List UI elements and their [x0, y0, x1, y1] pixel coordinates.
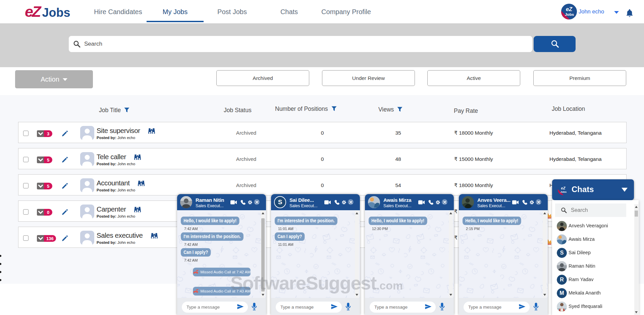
tab-hire-candidates[interactable]: Hire Candidates: [90, 0, 147, 24]
filter-premium-button[interactable]: Premium: [533, 70, 626, 86]
scroll-down-arrow[interactable]: [356, 294, 358, 296]
binoculars-icon[interactable]: [133, 206, 142, 212]
audio-call-icon[interactable]: [428, 200, 433, 205]
binoculars-icon[interactable]: [137, 180, 145, 186]
chat-scrollbar[interactable]: [449, 210, 453, 298]
chat-close-icon[interactable]: [536, 199, 541, 205]
filter-active-button[interactable]: Active: [427, 70, 520, 86]
applicants-badge[interactable]: 3: [37, 130, 52, 137]
chat-scrollbar[interactable]: [261, 210, 265, 298]
contact-anvesh-veeragoni[interactable]: Anvesh Veeragoni: [552, 219, 633, 233]
job-title[interactable]: Sales executive: [97, 231, 143, 239]
row-checkbox[interactable]: [23, 131, 29, 136]
contact-mekala-ananth[interactable]: M Mekala Ananth: [552, 286, 633, 300]
search-button[interactable]: [534, 36, 576, 52]
chat-message-input[interactable]: [186, 302, 233, 313]
row-checkbox[interactable]: [23, 183, 29, 188]
chat-message-input[interactable]: [374, 302, 421, 313]
applicants-badge[interactable]: 5: [37, 183, 52, 189]
scroll-thumb[interactable]: [635, 211, 638, 217]
missed-call-entry[interactable]: Missed Audio Call at 7:43 AM: [193, 287, 251, 296]
contact-awais-mirza[interactable]: Awais Mirza: [552, 233, 633, 246]
microphone-icon[interactable]: [345, 303, 351, 311]
collapse-caret-icon[interactable]: [622, 188, 628, 192]
scroll-up-arrow[interactable]: [262, 212, 264, 214]
scroll-up-arrow[interactable]: [635, 206, 638, 208]
applicants-badge[interactable]: 0: [37, 209, 52, 216]
microphone-icon[interactable]: [252, 303, 257, 311]
tab-my-jobs[interactable]: My Jobs: [147, 0, 204, 24]
job-title[interactable]: Site supervisor: [97, 127, 140, 135]
audio-call-icon[interactable]: [240, 200, 246, 205]
chat-settings-gear-icon[interactable]: [248, 200, 253, 205]
row-checkbox[interactable]: [23, 157, 29, 162]
row-checkbox[interactable]: [23, 235, 29, 241]
missed-call-entry[interactable]: Missed Audio Call at 7:42 AM: [193, 268, 251, 276]
contact-ram-yadav[interactable]: R Ram Yadav: [552, 273, 633, 286]
row-checkbox[interactable]: [23, 209, 29, 215]
chats-search-input[interactable]: [571, 204, 625, 217]
chat-scrollbar[interactable]: [543, 210, 547, 298]
scroll-down-arrow[interactable]: [543, 294, 546, 296]
send-icon[interactable]: [425, 304, 432, 309]
chat-settings-gear-icon[interactable]: [529, 200, 534, 205]
tab-company-profile[interactable]: Company Profile: [318, 0, 375, 24]
chat-close-icon[interactable]: [254, 199, 260, 205]
contact-syed-iftequarali[interactable]: Syed Iftequarali: [552, 300, 633, 313]
brand-logo[interactable]: eZJobs: [25, 3, 70, 20]
contact-sai-dileep[interactable]: S Sai Dileep: [552, 246, 633, 260]
applicants-badge[interactable]: 5: [37, 156, 52, 163]
binoculars-icon[interactable]: [150, 232, 158, 238]
views-filter-icon[interactable]: [397, 107, 402, 112]
edit-pencil-icon[interactable]: [61, 183, 68, 189]
filter-archived-button[interactable]: Archived: [216, 70, 309, 86]
user-name[interactable]: John echo: [579, 8, 604, 15]
send-icon[interactable]: [331, 304, 338, 309]
video-call-icon[interactable]: [324, 200, 331, 205]
binoculars-icon[interactable]: [133, 154, 142, 160]
send-icon[interactable]: [519, 304, 526, 309]
chat-close-icon[interactable]: [348, 199, 354, 205]
microphone-icon[interactable]: [533, 303, 539, 311]
job-title[interactable]: Carpenter: [97, 205, 126, 213]
applicants-badge[interactable]: 136: [37, 235, 56, 242]
tab-chats[interactable]: Chats: [261, 0, 318, 24]
scroll-down-arrow[interactable]: [262, 294, 264, 296]
scroll-up-arrow[interactable]: [449, 212, 452, 214]
contact-raman-nitin[interactable]: Raman Nitin: [552, 260, 633, 273]
scroll-up-arrow[interactable]: [356, 212, 358, 214]
edit-pencil-icon[interactable]: [61, 130, 68, 137]
video-call-icon[interactable]: [418, 200, 425, 205]
filter-under-review-button[interactable]: Under Review: [322, 70, 415, 86]
audio-call-icon[interactable]: [334, 200, 339, 205]
user-avatar[interactable]: [561, 4, 577, 19]
microphone-icon[interactable]: [439, 303, 445, 311]
tab-post-jobs[interactable]: Post Jobs: [204, 0, 261, 24]
scroll-down-arrow[interactable]: [449, 294, 452, 296]
scroll-down-arrow[interactable]: [635, 311, 638, 313]
scroll-up-arrow[interactable]: [543, 212, 546, 214]
chat-close-icon[interactable]: [442, 199, 447, 205]
job-title[interactable]: Accountant: [97, 179, 130, 187]
scroll-thumb[interactable]: [261, 218, 265, 291]
edit-pencil-icon[interactable]: [61, 235, 68, 242]
video-call-icon[interactable]: [512, 200, 519, 205]
chat-message-input[interactable]: [280, 302, 327, 313]
send-icon[interactable]: [237, 304, 244, 309]
notifications-bell-icon[interactable]: [626, 9, 633, 17]
search-input[interactable]: [84, 36, 527, 52]
job-title-filter-icon[interactable]: [124, 107, 129, 113]
chats-panel-header[interactable]: Chats: [552, 179, 634, 200]
action-dropdown[interactable]: Action: [15, 70, 93, 88]
user-menu-caret-icon[interactable]: [614, 11, 619, 14]
job-title[interactable]: Tele caller: [97, 153, 126, 161]
chat-message-input[interactable]: [468, 302, 515, 313]
edit-pencil-icon[interactable]: [61, 156, 68, 163]
audio-call-icon[interactable]: [522, 200, 527, 205]
positions-filter-icon[interactable]: [331, 106, 337, 111]
edit-pencil-icon[interactable]: [61, 209, 68, 216]
chat-scrollbar[interactable]: [355, 210, 359, 298]
chats-panel-scrollbar[interactable]: [634, 204, 638, 315]
video-call-icon[interactable]: [230, 200, 237, 205]
binoculars-icon[interactable]: [148, 128, 156, 134]
